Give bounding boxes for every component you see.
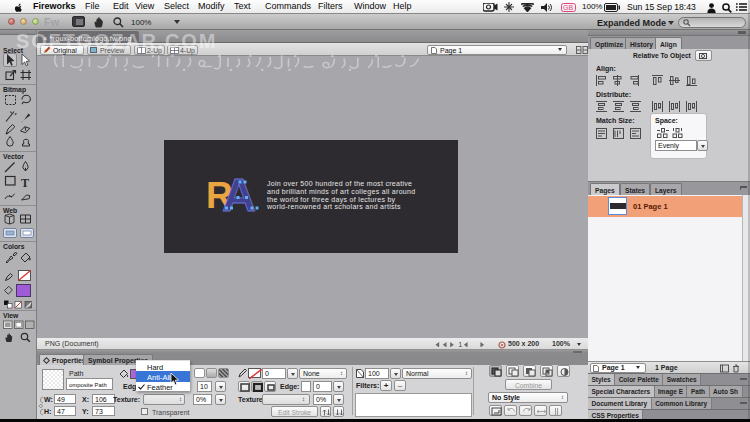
svg-text:GB: GB	[563, 4, 573, 11]
svg-text:A: A	[222, 174, 256, 216]
svg-text:T: T	[21, 176, 29, 190]
svg-text:1: 1	[458, 342, 462, 348]
